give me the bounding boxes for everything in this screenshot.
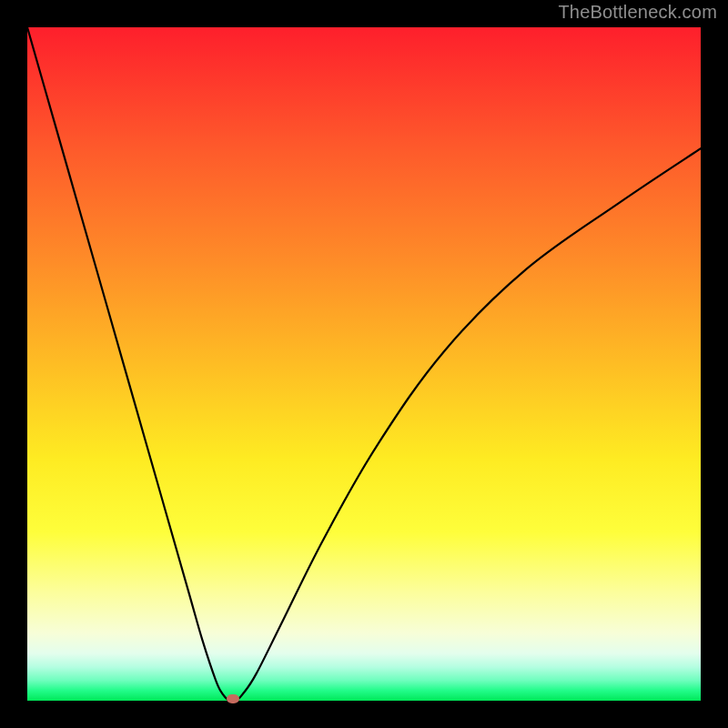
bottleneck-curve	[27, 27, 701, 701]
plot-area	[27, 27, 701, 701]
min-marker	[227, 694, 239, 703]
chart-frame: TheBottleneck.com	[0, 0, 728, 728]
watermark-text: TheBottleneck.com	[558, 2, 717, 23]
